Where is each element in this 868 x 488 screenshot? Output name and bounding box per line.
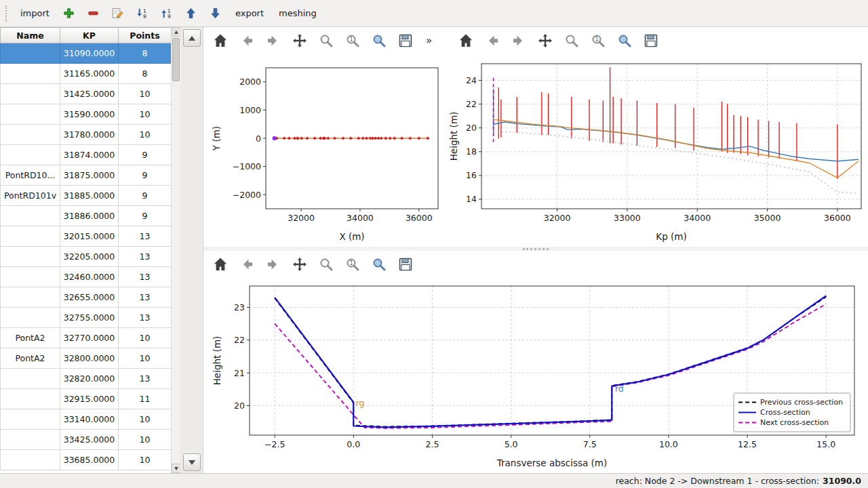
cell-name[interactable]: PontA2 [1, 348, 60, 369]
cell-points[interactable]: 10 [119, 125, 172, 145]
cell-name[interactable] [1, 287, 60, 308]
cell-name[interactable] [1, 389, 60, 409]
sort-descending-button[interactable]: 1 9 [158, 5, 176, 22]
cell-points[interactable]: 13 [119, 308, 172, 328]
cell-name[interactable] [1, 125, 60, 145]
cell-name[interactable] [1, 267, 60, 287]
cell-points[interactable]: 9 [119, 145, 172, 165]
cell-kp[interactable]: 32655.0000 [60, 287, 119, 308]
cross-section-canvas[interactable]: −2.50.02.55.07.510.012.515.020212223Tran… [203, 278, 868, 473]
cell-name[interactable]: PontRD101v [1, 186, 60, 206]
cell-kp[interactable]: 33425.0000 [60, 430, 119, 450]
cell-name[interactable] [1, 206, 60, 226]
cell-kp[interactable]: 32800.0000 [60, 348, 119, 369]
cell-points[interactable]: 13 [119, 267, 172, 287]
cell-kp[interactable]: 31875.0000 [60, 165, 119, 186]
table-row[interactable]: 31090.00008 [1, 43, 172, 64]
cell-kp[interactable]: 32770.0000 [60, 328, 119, 348]
table-row[interactable]: 32015.000013 [1, 226, 172, 247]
page-up-button[interactable] [183, 29, 201, 47]
cell-kp[interactable]: 31090.0000 [60, 43, 119, 64]
column-header-name[interactable]: Name [1, 28, 60, 43]
table-row[interactable]: 32915.000011 [1, 389, 172, 409]
table-row[interactable]: PontA232770.000010 [1, 328, 172, 348]
cell-points[interactable]: 13 [119, 247, 172, 267]
column-header-kp[interactable]: KP [60, 28, 119, 43]
cell-kp[interactable]: 31165.0000 [60, 64, 119, 84]
cell-kp[interactable]: 32205.0000 [60, 247, 119, 267]
save-button[interactable] [397, 32, 414, 49]
pan-button[interactable] [291, 256, 309, 273]
table-row[interactable]: 31165.00008 [1, 64, 172, 84]
cell-kp[interactable]: 31886.0000 [60, 206, 119, 226]
cell-name[interactable]: PontRD10... [1, 165, 60, 186]
cell-kp[interactable]: 32755.0000 [60, 308, 119, 328]
cell-kp[interactable]: 31874.0000 [60, 145, 119, 165]
cell-name[interactable] [1, 104, 60, 125]
toolbar-overflow-button[interactable]: » [423, 35, 435, 47]
back-button[interactable] [238, 32, 256, 49]
scroll-down-button[interactable] [172, 464, 181, 473]
cell-kp[interactable]: 32460.0000 [60, 267, 119, 287]
cell-kp[interactable]: 31780.0000 [60, 125, 119, 145]
cell-kp[interactable]: 32015.0000 [60, 226, 119, 247]
cell-kp[interactable]: 31590.0000 [60, 104, 119, 125]
pan-button[interactable] [536, 32, 554, 49]
move-down-button[interactable] [207, 5, 224, 22]
table-row[interactable]: 31590.000010 [1, 104, 172, 125]
export-button[interactable]: export [231, 5, 268, 21]
cell-points[interactable]: 8 [119, 64, 172, 84]
forward-button[interactable] [510, 32, 528, 49]
cell-points[interactable]: 13 [119, 287, 172, 308]
cell-points[interactable]: 8 [119, 43, 172, 64]
cell-points[interactable]: 10 [119, 450, 172, 470]
cell-points[interactable]: 10 [119, 104, 172, 125]
save-button[interactable] [642, 32, 660, 49]
cell-name[interactable] [1, 409, 60, 430]
back-button[interactable] [484, 32, 501, 49]
move-up-button[interactable] [182, 5, 200, 22]
cell-points[interactable]: 10 [119, 409, 172, 430]
table-row[interactable]: 32205.000013 [1, 247, 172, 267]
zoom-orig-button[interactable]: 1 [589, 32, 607, 49]
cell-name[interactable] [1, 450, 60, 470]
page-down-button[interactable] [183, 453, 201, 471]
plan-view-canvas[interactable]: 320003400036000−2000−1000010002000X (m)Y… [203, 54, 449, 247]
cell-points[interactable]: 10 [119, 348, 172, 369]
cell-points[interactable]: 9 [119, 206, 172, 226]
table-row[interactable]: PontA232800.000010 [1, 348, 172, 369]
add-cross-section-button[interactable] [60, 5, 78, 22]
meshing-button[interactable]: meshing [275, 5, 321, 21]
save-button[interactable] [397, 256, 414, 273]
toolbar-grip[interactable] [5, 5, 8, 22]
cell-points[interactable]: 10 [119, 430, 172, 450]
zoom-rect-button[interactable] [370, 256, 388, 273]
pan-button[interactable] [291, 32, 309, 49]
cell-name[interactable] [1, 64, 60, 84]
sort-ascending-button[interactable]: 1 9 [134, 5, 151, 22]
table-row[interactable]: 33685.000010 [1, 450, 172, 470]
cell-kp[interactable]: 33685.0000 [60, 450, 119, 470]
cell-points[interactable]: 9 [119, 186, 172, 206]
cell-points[interactable]: 11 [119, 389, 172, 409]
import-button[interactable]: import [16, 5, 54, 21]
table-row[interactable]: 32755.000013 [1, 308, 172, 328]
cell-name[interactable] [1, 247, 60, 267]
cell-name[interactable]: PontA2 [1, 328, 60, 348]
back-button[interactable] [238, 256, 256, 273]
table-row[interactable]: 33425.000010 [1, 430, 172, 450]
cell-points[interactable]: 13 [119, 369, 172, 389]
cell-kp[interactable]: 32820.0000 [60, 369, 119, 389]
scrollbar-track[interactable] [172, 37, 180, 464]
table-row[interactable]: 32460.000013 [1, 267, 172, 287]
zoom-rect-button[interactable] [370, 32, 388, 49]
forward-button[interactable] [264, 256, 282, 273]
edit-button[interactable] [109, 5, 127, 22]
cell-points[interactable]: 9 [119, 165, 172, 186]
cell-name[interactable] [1, 226, 60, 247]
table-row[interactable]: 32655.000013 [1, 287, 172, 308]
cell-name[interactable] [1, 369, 60, 389]
column-header-points[interactable]: Points [119, 28, 172, 43]
cell-points[interactable]: 13 [119, 226, 172, 247]
table-row[interactable]: PontRD101v31885.00009 [1, 186, 172, 206]
